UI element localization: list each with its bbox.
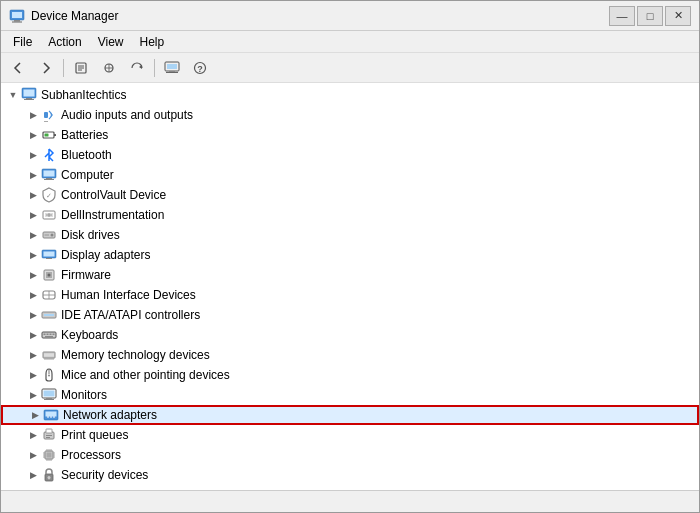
processors-label: Processors [61, 448, 121, 462]
minimize-button[interactable]: — [609, 6, 635, 26]
tree-item-displayadapters[interactable]: ▶ Display adapters [1, 245, 699, 265]
root-expand-icon[interactable]: ▼ [5, 87, 21, 103]
security-label: Security devices [61, 468, 148, 482]
svg-rect-27 [45, 134, 49, 137]
menu-file[interactable]: File [5, 33, 40, 51]
svg-rect-68 [46, 398, 52, 399]
toolbar-scan[interactable] [96, 56, 122, 80]
svg-rect-30 [46, 178, 52, 179]
dellinstrumentation-label: DellInstrumentation [61, 208, 164, 222]
svg-rect-82 [47, 453, 52, 458]
tree-item-hid[interactable]: ▶ Human Interface Devices [1, 285, 699, 305]
ide-expand-icon[interactable]: ▶ [25, 307, 41, 323]
svg-rect-71 [46, 412, 57, 417]
svg-rect-54 [50, 334, 52, 336]
displayadapters-label: Display adapters [61, 248, 150, 262]
dellinstrumentation-icon [41, 207, 57, 223]
network-expand-icon[interactable]: ▶ [27, 407, 43, 423]
ide-icon [41, 307, 57, 323]
memory-expand-icon[interactable]: ▶ [25, 347, 41, 363]
window-title: Device Manager [31, 9, 118, 23]
device-tree[interactable]: ▼ SubhanItechtics ▶ [1, 83, 699, 490]
svg-rect-78 [46, 429, 52, 433]
toolbar-sep2 [154, 59, 155, 77]
toolbar-sep1 [63, 59, 64, 77]
root-label: SubhanItechtics [41, 88, 126, 102]
menu-help[interactable]: Help [132, 33, 173, 51]
computer-expand-icon[interactable]: ▶ [25, 167, 41, 183]
tree-item-mice[interactable]: ▶ Mice and other pointing devices [1, 365, 699, 385]
menu-bar: File Action View Help [1, 31, 699, 53]
dellinstrumentation-expand-icon[interactable]: ▶ [25, 207, 41, 223]
audio-label: Audio inputs and outputs [61, 108, 193, 122]
monitors-expand-icon[interactable]: ▶ [25, 387, 41, 403]
diskdrives-expand-icon[interactable]: ▶ [25, 227, 41, 243]
toolbar-update[interactable] [124, 56, 150, 80]
tree-item-memory[interactable]: ▶ Memory technology devices [1, 345, 699, 365]
status-bar [1, 490, 699, 512]
monitors-label: Monitors [61, 388, 107, 402]
tree-item-dellinstrumentation[interactable]: ▶ DellInstrumentation [1, 205, 699, 225]
svg-point-38 [51, 234, 54, 237]
processors-expand-icon[interactable]: ▶ [25, 447, 41, 463]
printqueues-expand-icon[interactable]: ▶ [25, 427, 41, 443]
svg-rect-19 [24, 90, 35, 97]
svg-rect-50 [44, 314, 54, 316]
controlvault-expand-icon[interactable]: ▶ [25, 187, 41, 203]
tree-item-processors[interactable]: ▶ [1, 445, 699, 465]
maximize-button[interactable]: □ [637, 6, 663, 26]
keyboards-expand-icon[interactable]: ▶ [25, 327, 41, 343]
toolbar-back[interactable] [5, 56, 31, 80]
bluetooth-icon [41, 147, 57, 163]
tree-item-printqueues[interactable]: ▶ Print queues [1, 425, 699, 445]
tree-root[interactable]: ▼ SubhanItechtics [1, 85, 699, 105]
security-expand-icon[interactable]: ▶ [25, 467, 41, 483]
svg-rect-29 [44, 171, 55, 177]
mice-label: Mice and other pointing devices [61, 368, 230, 382]
tree-item-security[interactable]: ▶ Security devices [1, 465, 699, 485]
svg-rect-31 [44, 179, 54, 180]
computer-label: Computer [61, 168, 114, 182]
controlvault-label: ControlVault Device [61, 188, 166, 202]
audio-expand-icon[interactable]: ▶ [25, 107, 41, 123]
ide-label: IDE ATA/ATAPI controllers [61, 308, 200, 322]
tree-item-diskdrives[interactable]: ▶ Disk drives [1, 225, 699, 245]
tree-item-computer[interactable]: ▶ Computer [1, 165, 699, 185]
tree-item-ide[interactable]: ▶ IDE ATA/ATAPI controllers [1, 305, 699, 325]
menu-action[interactable]: Action [40, 33, 89, 51]
svg-text:✓: ✓ [46, 192, 52, 199]
tree-item-bluetooth[interactable]: ▶ Bluetooth [1, 145, 699, 165]
tree-item-keyboards[interactable]: ▶ Keyboards [1, 325, 699, 345]
svg-marker-11 [139, 65, 142, 69]
toolbar-device-view[interactable] [159, 56, 185, 80]
tree-item-batteries[interactable]: ▶ Batteries [1, 125, 699, 145]
menu-view[interactable]: View [90, 33, 132, 51]
tree-item-monitors[interactable]: ▶ Monitors [1, 385, 699, 405]
svg-rect-1 [12, 12, 22, 18]
svg-rect-26 [54, 134, 56, 136]
network-label: Network adapters [63, 408, 157, 422]
printqueues-label: Print queues [61, 428, 128, 442]
diskdrives-icon [41, 227, 57, 243]
toolbar-help[interactable]: ? [187, 56, 213, 80]
tree-item-audio[interactable]: ▶ Audio inputs and outputs [1, 105, 699, 125]
svg-rect-73 [50, 417, 52, 418]
svg-rect-69 [44, 399, 54, 400]
computer-item-icon [41, 167, 57, 183]
tree-item-firmware[interactable]: ▶ Firmware [1, 265, 699, 285]
close-button[interactable]: ✕ [665, 6, 691, 26]
mice-expand-icon[interactable]: ▶ [25, 367, 41, 383]
title-controls: — □ ✕ [609, 6, 691, 26]
tree-item-controlvault[interactable]: ▶ ✓ ControlVault Device [1, 185, 699, 205]
displayadapters-expand-icon[interactable]: ▶ [25, 247, 41, 263]
hid-expand-icon[interactable]: ▶ [25, 287, 41, 303]
tree-item-network[interactable]: ▶ Network adapters [1, 405, 699, 425]
toolbar-forward[interactable] [33, 56, 59, 80]
toolbar-properties[interactable] [68, 56, 94, 80]
bluetooth-expand-icon[interactable]: ▶ [25, 147, 41, 163]
firmware-expand-icon[interactable]: ▶ [25, 267, 41, 283]
svg-rect-21 [24, 99, 34, 100]
svg-rect-55 [53, 334, 55, 336]
content-area: ▼ SubhanItechtics ▶ [1, 83, 699, 490]
batteries-expand-icon[interactable]: ▶ [25, 127, 41, 143]
